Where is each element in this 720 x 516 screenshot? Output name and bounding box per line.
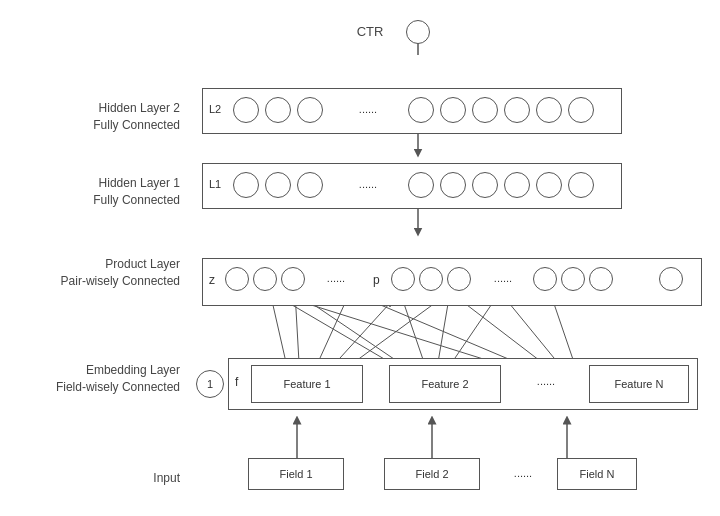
- field1-box: Field 1: [248, 458, 344, 490]
- feature1-text: Feature 1: [283, 378, 330, 390]
- l2-circle-5: [440, 97, 466, 123]
- hidden2-label: Hidden Layer 2 Fully Connected: [20, 100, 180, 134]
- featureN-text: Feature N: [615, 378, 664, 390]
- feature2-text: Feature 2: [421, 378, 468, 390]
- l2-circle-3: [297, 97, 323, 123]
- hidden1-label: Hidden Layer 1 Fully Connected: [20, 175, 180, 209]
- l1-circle-6: [472, 172, 498, 198]
- field2-text: Field 2: [415, 468, 448, 480]
- l2-box: L2 ......: [202, 88, 622, 134]
- feature-ellipsis: ......: [521, 375, 571, 387]
- l1-box: L1 ......: [202, 163, 622, 209]
- l2-circle-8: [536, 97, 562, 123]
- l1-label: L1: [209, 178, 221, 190]
- l1-circle-3: [297, 172, 323, 198]
- embedding-box: f Feature 1 Feature 2 ...... Feature N: [228, 358, 698, 410]
- neural-network-diagram: CTR Hidden Layer 2 Fully Connected L2 ..…: [0, 0, 720, 516]
- l2-circle-6: [472, 97, 498, 123]
- l2-circle-1: [233, 97, 259, 123]
- l1-circle-5: [440, 172, 466, 198]
- field1-text: Field 1: [279, 468, 312, 480]
- product-box: z ...... p ......: [202, 258, 702, 306]
- hidden2-text: Hidden Layer 2 Fully Connected: [93, 101, 180, 132]
- p-circle-7: [659, 267, 683, 291]
- l2-circle-7: [504, 97, 530, 123]
- ctr-output-circle: [406, 20, 430, 44]
- z-circle-3: [281, 267, 305, 291]
- p-circle-1: [391, 267, 415, 291]
- l1-circle-4: [408, 172, 434, 198]
- p-circle-2: [419, 267, 443, 291]
- z-circle-2: [253, 267, 277, 291]
- l1-circle-9: [568, 172, 594, 198]
- l1-circle-8: [536, 172, 562, 198]
- feature1-box: Feature 1: [251, 365, 363, 403]
- l2-circle-2: [265, 97, 291, 123]
- fieldN-text: Field N: [580, 468, 615, 480]
- f-label: f: [235, 375, 238, 389]
- hidden1-text: Hidden Layer 1 Fully Connected: [93, 176, 180, 207]
- l2-circle-4: [408, 97, 434, 123]
- l2-label: L2: [209, 103, 221, 115]
- l2-ellipsis: ......: [338, 103, 398, 115]
- z-ellipsis: ......: [311, 272, 361, 284]
- field2-box: Field 2: [384, 458, 480, 490]
- z-circle-1: [225, 267, 249, 291]
- p-circle-5: [561, 267, 585, 291]
- p-ellipsis: ......: [478, 272, 528, 284]
- p-label: p: [373, 273, 380, 287]
- p-circle-4: [533, 267, 557, 291]
- l1-circle-7: [504, 172, 530, 198]
- product-text: Product LayerPair-wisely Connected: [61, 257, 180, 288]
- p-circle-6: [589, 267, 613, 291]
- input-label: Input: [20, 470, 180, 487]
- bias-label: 1: [207, 378, 213, 390]
- feature2-box: Feature 2: [389, 365, 501, 403]
- ctr-label: CTR: [340, 23, 400, 41]
- l1-ellipsis: ......: [338, 178, 398, 190]
- l1-circle-2: [265, 172, 291, 198]
- embedding-text: Embedding LayerField-wisely Connected: [56, 363, 180, 394]
- bias-circle: 1: [196, 370, 224, 398]
- l2-circle-9: [568, 97, 594, 123]
- fieldN-box: Field N: [557, 458, 637, 490]
- featureN-box: Feature N: [589, 365, 689, 403]
- p-circle-3: [447, 267, 471, 291]
- l1-circle-1: [233, 172, 259, 198]
- field-ellipsis: ......: [498, 467, 548, 479]
- product-label: Product LayerPair-wisely Connected: [20, 256, 180, 290]
- z-label: z: [209, 273, 215, 287]
- embedding-label: Embedding LayerField-wisely Connected: [20, 362, 180, 396]
